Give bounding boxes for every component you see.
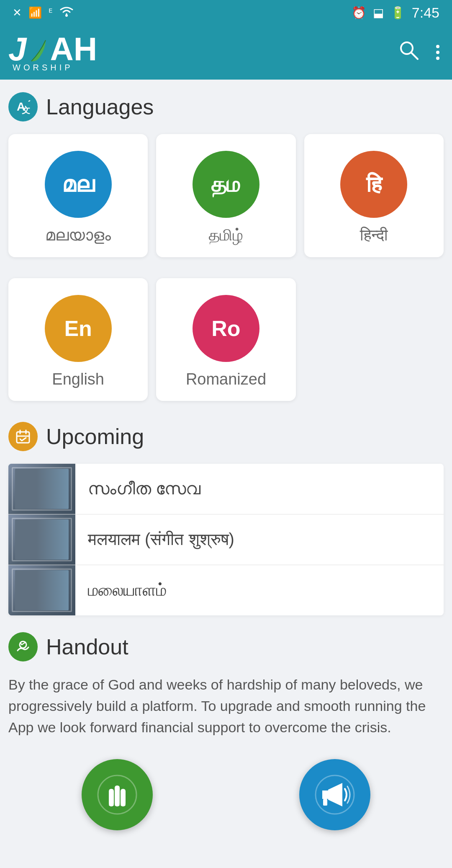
upcoming-item-label-2: मलयालम (संगीत शुश्रुष): [75, 522, 444, 558]
language-card-tamil[interactable]: தம தமிழ்: [156, 134, 295, 257]
signal-icon: ✕: [13, 6, 22, 19]
hindi-label: हिन्दी: [360, 226, 388, 245]
handout-section-icon: [8, 632, 38, 661]
svg-point-0: [65, 14, 68, 17]
handout-section-header: Handout: [8, 632, 444, 661]
upcoming-item-1[interactable]: സംഗീത സേവ: [8, 464, 444, 514]
handout-section: Handout By the grace of God and weeks of…: [8, 632, 444, 738]
app-logo: J AH WORSHIP: [8, 33, 97, 72]
e-signal-icon: ᴱ: [49, 7, 52, 18]
language-grid-row1: മല മലയാളം தம தமிழ் हि हिन्दी: [8, 134, 444, 257]
languages-section-header: A 文 Languages: [8, 92, 444, 121]
svg-point-11: [109, 803, 114, 806]
svg-point-12: [115, 803, 120, 806]
english-abbr: En: [64, 316, 92, 341]
romanized-circle: Ro: [193, 295, 259, 362]
upcoming-section-icon: [8, 422, 38, 451]
language-card-empty: [304, 278, 444, 401]
bluetooth-icon: ⬓: [373, 6, 384, 20]
upcoming-item-label-1: സംഗീത സേവ: [75, 471, 444, 507]
upcoming-thumb-2: [8, 514, 75, 565]
main-content: A 文 Languages മല മലയാളം தம தமிழ் हि: [0, 80, 452, 868]
tamil-abbr: தம: [211, 172, 240, 197]
bottom-fab-area: [8, 755, 444, 839]
hindi-abbr: हि: [366, 172, 382, 197]
book-image-1: [8, 464, 75, 514]
more-options-icon[interactable]: [436, 45, 439, 60]
svg-rect-5: [17, 432, 29, 443]
upcoming-thumb-1: [8, 464, 75, 514]
logo-j: J: [8, 33, 26, 65]
status-bar: ✕ 📶 ᴱ ⏰ ⬓ 🔋 7:45: [0, 0, 452, 25]
upcoming-item-3[interactable]: மலையாளம்: [8, 565, 444, 615]
fab-blue-button[interactable]: [299, 759, 370, 830]
battery-icon: 🔋: [390, 6, 405, 20]
upcoming-section: Upcoming സംഗീത സേവ मलयालम (संगीत: [8, 422, 444, 615]
english-label: English: [52, 370, 104, 388]
malayalam-circle: മല: [45, 151, 112, 218]
svg-point-13: [121, 803, 126, 806]
search-icon[interactable]: [398, 39, 419, 66]
upcoming-section-header: Upcoming: [8, 422, 444, 451]
languages-section-icon: A 文: [8, 92, 38, 121]
romanized-label: Romanized: [186, 370, 266, 388]
english-circle: En: [45, 295, 112, 362]
tamil-circle: தம: [193, 151, 259, 218]
language-card-romanized[interactable]: Ro Romanized: [156, 278, 295, 401]
language-card-hindi[interactable]: हि हिन्दी: [304, 134, 444, 257]
malayalam-label: മലയാളം: [45, 226, 111, 245]
logo-leaf-icon: [27, 36, 49, 65]
upcoming-item-label-3: மலையாளம்: [75, 572, 444, 608]
malayalam-abbr: മല: [62, 172, 94, 197]
upcoming-item-2[interactable]: मलयालम (संगीत शुश्रुष): [8, 514, 444, 565]
language-card-english[interactable]: En English: [8, 278, 148, 401]
status-bar-right: ⏰ ⬓ 🔋 7:45: [352, 5, 439, 21]
time-display: 7:45: [412, 5, 439, 21]
upcoming-thumb-3: [8, 565, 75, 615]
romanized-abbr: Ro: [211, 316, 240, 341]
network-signal-icon: 📶: [28, 6, 42, 19]
svg-rect-15: [323, 799, 327, 806]
language-card-malayalam[interactable]: മല മലയാളം: [8, 134, 148, 257]
svg-line-2: [411, 52, 418, 59]
language-grid-row2: En English Ro Romanized: [8, 278, 444, 401]
handout-description: By the grace of God and weeks of hardshi…: [8, 674, 444, 738]
logo-ah: AH: [50, 33, 97, 65]
header-actions: [398, 39, 439, 66]
tamil-label: தமிழ்: [209, 226, 243, 245]
handout-title: Handout: [46, 634, 128, 659]
book-image-2: [8, 514, 75, 565]
status-bar-left: ✕ 📶 ᴱ: [13, 5, 74, 20]
languages-title: Languages: [46, 94, 154, 119]
wifi-icon: [59, 5, 74, 20]
upcoming-list: സംഗീത സേവ मलयालम (संगीत शुश्रुष) மலை: [8, 464, 444, 615]
upcoming-title: Upcoming: [46, 424, 144, 449]
svg-text:文: 文: [22, 106, 30, 115]
book-image-3: [8, 565, 75, 615]
alarm-icon: ⏰: [352, 6, 366, 20]
hindi-circle: हि: [340, 151, 407, 218]
fab-green-button[interactable]: [82, 759, 153, 830]
app-header: J AH WORSHIP: [0, 25, 452, 80]
